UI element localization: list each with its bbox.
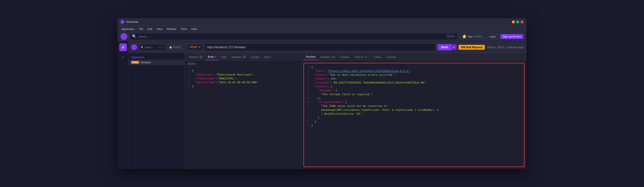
app-title: Insomnia [126,20,138,24]
response-area: 1 { 2 "type": "https://tools.ietf.org/ht… [304,63,524,167]
resp-line-8: 8 "The feriado field is required." [304,92,524,96]
menu-application[interactable]: Application [120,27,136,31]
url-bar[interactable]: https://localhost:7217/feriados [204,44,436,51]
code-line-4: 4 "dataferiado":"2024-10-02 00:00:00.000… [185,80,301,84]
tab-body[interactable]: Body [206,54,219,60]
menu-help[interactable]: Help [189,27,199,31]
star-label: Star [468,35,473,38]
resp-line-11a: 11 "The JSON value could not be converte… [304,104,524,108]
response-content: 1 { 2 "type": "https://tools.ietf.org/ht… [302,61,526,169]
right-panel: Preview Headers 1 Cookies Tests 0 / 0 [302,53,526,169]
panels: Params 2 Body Auth Headers [185,53,526,169]
tab-scripts[interactable]: Scripts [249,54,262,60]
sidebar-star-button[interactable]: ⭐ 34,630 [168,45,182,50]
menu-file[interactable]: File [137,27,145,31]
method-select[interactable]: POST ▾ [188,44,202,50]
auth-label: Auth [221,56,227,58]
format-selector: JSON ▾ [185,61,301,67]
tab-preview[interactable]: Preview [304,54,318,60]
sidebar-star-icon: ⭐ [169,46,172,49]
format-chevron-icon[interactable]: ▾ [195,62,196,65]
desktop: Insomnia Application File Edit View Wind… [0,0,644,187]
tab-console[interactable]: Console [384,54,398,60]
tab-headers[interactable]: Headers 4 [229,54,249,60]
global-search-box[interactable]: 🔍 Search... Ctrl+P [130,33,457,40]
response-code-viewer: 1 { 2 "type": "https://tools.ietf.org/ht… [304,63,524,160]
minimize-button[interactable] [512,20,515,24]
method-label: POST [190,46,198,49]
send-dropdown-button[interactable]: ▾ [452,44,456,50]
sidebar-search-text: Search... [144,46,157,49]
maximize-button[interactable] [516,20,519,24]
resp-line-3: 3 "title": "One or more validation error… [304,73,524,77]
scripts-label: Scripts [251,56,260,58]
resp-line-6: 6 "errors": { [304,85,524,89]
url-text: https://localhost:7217/feriados [207,46,246,49]
response-tabs: Preview Headers 1 Cookies Tests 0 / 0 [302,53,526,61]
cookies-label: Cookies [340,56,350,58]
tab-auth[interactable]: Auth [219,54,229,60]
sidebar-home-icon[interactable]: ⚡ [119,43,127,51]
sidebar-app-label: Application [129,55,184,60]
close-button[interactable] [520,20,524,24]
resp-line-4: 4 "status": 400, [304,77,524,81]
sidebar-header: 🔍 Search... Ctrl+P ⭐ 34,630 [129,42,184,53]
resp-line-11b: advmanagerAPI.Constantes.TipoFeriado. Pa… [304,108,524,112]
sidebar-search-shortcut: Ctrl+P [158,46,164,48]
code-line-2: 2 "descricao": "Emancipação Municipal", [185,73,301,77]
request-body-panel: JSON ▾ 1 { 2 "descricao": "Em [185,61,301,169]
title-bar-left: Insomnia [120,20,510,24]
sidebar-content: Application POST /feriados [129,53,184,169]
signup-button[interactable]: Sign up for free [500,34,524,39]
menu-view[interactable]: View [155,27,164,31]
sidebar-request-item[interactable]: POST /feriados [129,60,184,65]
tab-mock[interactable]: → Mock [369,54,384,60]
app-icon [120,20,124,24]
send-button-group: Send ▾ [437,44,456,50]
menu-window[interactable]: Window [165,27,178,31]
insomnia-header: 🔍 Search... Ctrl+P ⭐ Star 34,630 Login S… [118,32,526,42]
star-button[interactable]: ⭐ Star 34,630 [460,33,484,40]
resp-line-1: 1 { [304,65,524,69]
header-right: Login Sign up for free [486,34,524,39]
method-chevron-icon: ▾ [199,46,200,49]
app-window: Insomnia Application File Edit View Wind… [118,18,526,169]
code-line-3: 3 "tipoferiado":"MUNICIPAL", [185,77,301,80]
status-badge: 400 Bad Request [458,45,485,50]
insomnia-logo [120,33,127,40]
sidebar-search-box[interactable]: 🔍 Search... Ctrl+P [139,44,166,50]
tab-tests[interactable]: Tests 0 / 0 [352,54,369,60]
response-headers-count: 1 [332,56,335,58]
tab-response-headers[interactable]: Headers 1 [318,54,338,60]
sidebar-add-icon[interactable]: + [119,53,127,61]
send-button[interactable]: Send [437,44,451,50]
sidebar-star-count: 34,630 [173,46,180,49]
headers-label: Headers [232,56,242,58]
request-code-editor[interactable]: 1 { 2 "descricao": "Emancipação Municipa… [185,67,301,169]
resp-line-12: 12 ] [304,116,524,120]
tab-cookies[interactable]: Cookies [338,54,352,60]
tab-params[interactable]: Params 2 [187,54,206,60]
params-count-badge: 2 [199,56,203,58]
time-ago: 3 Minutes Ago [506,46,524,49]
resp-line-2: 2 "type": "https://tools.ietf.org/html/r… [304,69,524,73]
resp-line-5: 5 "traceId": "00-d5672728200192 7b0e9661… [304,81,524,85]
login-button[interactable]: Login [486,34,498,39]
console-label: Console [386,56,396,58]
menu-tools[interactable]: Tools [179,27,189,31]
menu-edit[interactable]: Edit [146,27,154,31]
left-panel: Params 2 Body Auth Headers [185,53,302,169]
full-layout: ⚡ + 🔍 Search... Ctrl+P ⭐ 34,630 [118,42,526,169]
preview-label: Preview [306,55,316,58]
title-bar: Insomnia [118,18,526,26]
resp-line-7: 7 "feriado": [ [304,89,524,92]
resp-line-11c: | BytePositionInLine: 28." [304,112,524,116]
sidebar-logo [131,44,137,50]
resp-line-9: 9 ], [304,96,524,100]
tests-label: Tests 0 / 0 [354,56,366,58]
body-active-dot [215,56,216,58]
star-icon: ⭐ [462,34,467,39]
request-method-badge: POST [131,61,139,64]
response-size: 408 B [498,46,505,49]
tab-docs[interactable]: Docs [262,54,273,60]
